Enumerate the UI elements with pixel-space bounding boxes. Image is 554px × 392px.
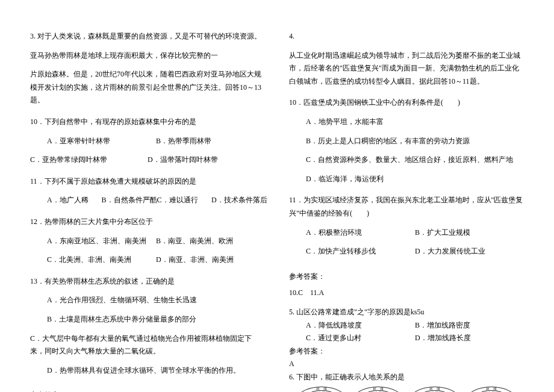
intro-line-3: 片原始森林。但是，20世纪70年代以来，随着巴西政府对亚马孙地区大规模开发计划的… bbox=[30, 68, 265, 107]
q4-intro: 从工业化时期迅速崛起成为领导城市，到二战后沦为萎靡不振的老工业城市，后经著名的"… bbox=[289, 49, 524, 89]
q5-options-2: C．通过更多山村 D．增加线路长度 bbox=[289, 332, 524, 345]
q12-opt-d: D．南亚、非洲、南美洲 bbox=[156, 254, 265, 267]
q12: 12．热带雨林的三大片集中分布区位于 bbox=[30, 216, 265, 229]
r-q11: 11．为实现区域经济复苏，我国在振兴东北老工业基地时，应从"匹兹堡复兴"中借鉴的… bbox=[289, 194, 524, 220]
intro-line-2: 亚马孙热带雨林是地球上现存面积最大，保存比较完整的一 bbox=[30, 49, 265, 63]
q12-options-1: A．东南亚地区、非洲、南美洲 B．南亚、南美洲、欧洲 bbox=[30, 235, 265, 248]
q10-options-1: A．亚寒带针叶林带 B．热带季雨林带 bbox=[30, 135, 265, 148]
r-q10-a: A．地势平坦，水能丰富 bbox=[289, 116, 524, 129]
q12-opt-c: C．北美洲、非洲、南美洲 bbox=[47, 254, 156, 267]
q6-diagrams: 环 境 人类 社会 人类 环 境 物质 废弃物 A 环 境 人类 社会 人类 环… bbox=[289, 386, 524, 392]
q13: 13．有关热带雨林生态系统的叙述，正确的是 bbox=[30, 275, 265, 288]
q10-options-2: C．亚热带常绿阔叶林带 D．温带落叶阔叶林带 bbox=[30, 154, 265, 167]
q10-opt-b: B．热带季雨林带 bbox=[156, 135, 265, 148]
q6: 6. 下图中，能正确表示人地关系的是 bbox=[289, 371, 524, 384]
q11-opt-d: D．技术条件落后 bbox=[211, 194, 267, 207]
left-column: 3. 对于人类来说，森林既是重要的自然资源，又是不可替代的环境资源。 亚马孙热带… bbox=[30, 30, 265, 380]
q11-options: A．地广人稀 B．自然条件严酷 C．难以通行 D．技术条件落后 bbox=[30, 194, 265, 207]
q10-opt-d: D．温带落叶阔叶林带 bbox=[148, 154, 265, 167]
answer-text-right-1: 10.C 11.A bbox=[289, 287, 524, 300]
q12-opt-a: A．东南亚地区、非洲、南美洲 bbox=[47, 235, 156, 248]
q10-opt-a: A．亚寒带针叶林带 bbox=[47, 135, 156, 148]
q5-c: C．通过更多山村 bbox=[306, 332, 415, 345]
q5-d: D．增加线路长度 bbox=[415, 332, 524, 345]
q11-opt-a: A．地广人稀 bbox=[47, 194, 102, 207]
document-columns: 3. 对于人类来说，森林既是重要的自然资源，又是不可替代的环境资源。 亚马孙热带… bbox=[30, 30, 524, 380]
q13-opt-c: C．大气层中每年都有大量的氧气通过植物光合作用被雨林植物固定下来，同时又向大气释… bbox=[30, 332, 265, 358]
diagram-d: 环 境 人类 社会 人类 环 境 物质 废弃物 D bbox=[465, 386, 518, 392]
q13-opt-a: A．光合作用强烈、生物循环弱、生物生长迅速 bbox=[30, 294, 265, 307]
q11-opt-b: B．自然条件严酷 bbox=[102, 194, 157, 207]
r-q10-c: C．自然资源种类多、数量大、地区组合好，接近原料、燃料产地 bbox=[289, 154, 524, 167]
r-q11-d: D．大力发展传统工业 bbox=[415, 245, 524, 258]
r-q11-c: C．加快产业转移步伐 bbox=[306, 245, 415, 258]
q3-heading: 3. 对于人类来说，森林既是重要的自然资源，又是不可替代的环境资源。 bbox=[30, 30, 265, 43]
q11: 11．下列不属于原始森林免遭大规模破坏的原因的是 bbox=[30, 175, 265, 188]
r-q11-a: A．积极整治环境 bbox=[306, 226, 415, 240]
r-q11-b: B．扩大工业规模 bbox=[415, 226, 524, 240]
diagram-c: 环 境 人类 社会 人类 环 境 物质 废弃物 C bbox=[408, 386, 461, 392]
q5-a: A．降低线路坡度 bbox=[306, 319, 415, 332]
diagram-b: 环 境 人类 社会 人类 环 境 物质 废弃物 B bbox=[352, 386, 405, 392]
q10: 10．下列自然带中，有现存的原始森林集中分布的是 bbox=[30, 116, 265, 129]
q5-options-1: A．降低线路坡度 B．增加线路密度 bbox=[289, 319, 524, 332]
q5: 5. 山区公路常建造成"之"字形的原因是ks5u bbox=[289, 306, 524, 319]
diagram-a: 环 境 人类 社会 人类 环 境 物质 废弃物 A bbox=[295, 386, 348, 392]
answer-header-q5: 参考答案： bbox=[289, 345, 524, 358]
r-q11-options-1: A．积极整治环境 B．扩大工业规模 bbox=[289, 226, 524, 240]
r-q10-b: B．历史上是人口稠密的地区，有丰富的劳动力资源 bbox=[289, 135, 524, 148]
q11-opt-c: C．难以通行 bbox=[157, 194, 212, 207]
r-q10: 10．匹兹堡成为美国钢铁工业中心的有利条件是( ) bbox=[289, 96, 524, 110]
q13-opt-b: B．土壤是雨林生态系统中养分储量最多的部分 bbox=[30, 313, 265, 326]
q13-opt-d: D．热带雨林具有促进全球水循环、调节全球水平衡的作用。 bbox=[30, 364, 265, 378]
r-q10-d: D．临近海洋，海运便利 bbox=[289, 173, 524, 186]
answer-text-q5: A bbox=[289, 358, 524, 371]
answer-header-left: 参考答案： bbox=[30, 389, 265, 392]
answer-header-right-1: 参考答案： bbox=[289, 270, 524, 284]
r-q11-options-2: C．加快产业转移步伐 D．大力发展传统工业 bbox=[289, 245, 524, 258]
q10-opt-c: C．亚热带常绿阔叶林带 bbox=[30, 154, 148, 167]
q4-heading: 4. bbox=[289, 30, 524, 43]
right-column: 4. 从工业化时期迅速崛起成为领导城市，到二战后沦为萎靡不振的老工业城市，后经著… bbox=[289, 30, 524, 380]
q12-options-2: C．北美洲、非洲、南美洲 D．南亚、非洲、南美洲 bbox=[30, 254, 265, 267]
q12-opt-b: B．南亚、南美洲、欧洲 bbox=[156, 235, 265, 248]
q5-b: B．增加线路密度 bbox=[415, 319, 524, 332]
